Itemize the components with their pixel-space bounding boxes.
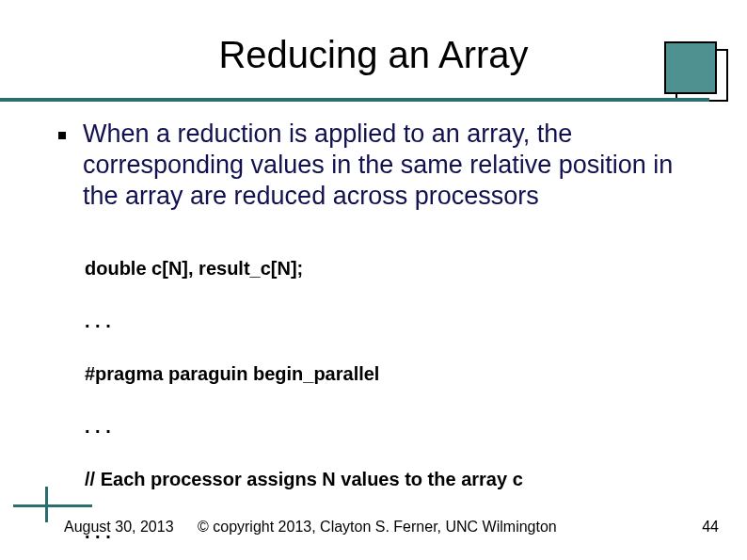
bullet-item: When a reduction is applied to an array,… bbox=[58, 119, 709, 212]
square-front bbox=[664, 41, 717, 94]
footer-date: August 30, 2013 bbox=[64, 519, 174, 536]
slide-title: Reducing an Array bbox=[0, 0, 747, 93]
page-number: 44 bbox=[702, 519, 719, 536]
bullet-icon bbox=[58, 132, 66, 139]
footer-copyright: © copyright 2013, Clayton S. Ferner, UNC… bbox=[198, 519, 557, 536]
code-line: . . . bbox=[85, 413, 709, 440]
code-block: double c[N], result_c[N]; . . . #pragma … bbox=[85, 229, 709, 560]
code-line: . . . bbox=[85, 308, 709, 334]
code-line: double c[N], result_c[N]; bbox=[85, 255, 709, 281]
title-underline bbox=[0, 98, 747, 102]
code-line: // Each processor assigns N values to th… bbox=[85, 466, 709, 492]
slide: Reducing an Array When a reduction is ap… bbox=[0, 0, 747, 560]
footer-decoration bbox=[13, 492, 92, 520]
code-line: #pragma paraguin begin_parallel bbox=[85, 360, 709, 387]
bullet-text: When a reduction is applied to an array,… bbox=[83, 119, 709, 212]
content-area: When a reduction is applied to an array,… bbox=[58, 119, 709, 560]
